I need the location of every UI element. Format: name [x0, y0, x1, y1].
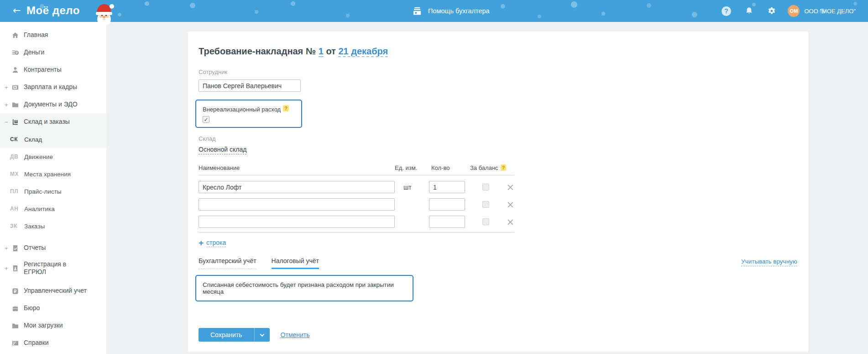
tab-tax-accounting[interactable]: Налоговый учёт	[272, 257, 319, 269]
back-arrow-icon[interactable]: ←	[13, 5, 21, 16]
main-content: Требование-накладная № 1 от 21 декабря С…	[106, 22, 868, 354]
help-center-link[interactable]: Помощь бухгалтера	[413, 0, 490, 22]
briefcase-icon	[11, 304, 19, 312]
santa-decoration	[90, 1, 118, 26]
cancel-link[interactable]: Отменить	[281, 331, 310, 338]
account-name[interactable]: ООО "МОЕ ДЕЛО"	[804, 8, 856, 15]
settings-gear-icon[interactable]	[767, 6, 777, 16]
non-operating-expense-box: Внереализационный расход? ✓	[195, 100, 302, 128]
person-icon	[11, 66, 19, 74]
title-conjunction: от	[326, 46, 336, 56]
avatar[interactable]: ОМ	[788, 5, 800, 17]
header-qty: Кол-во	[429, 164, 467, 171]
form-actions: Сохранить Отменить	[199, 328, 797, 342]
item-unit: шт	[395, 184, 429, 191]
sidebar-item-bureau[interactable]: Бюро	[0, 300, 106, 317]
non-operating-expense-checkbox[interactable]: ✓	[203, 116, 209, 123]
document-form-card: Требование-накладная № 1 от 21 декабря С…	[188, 32, 808, 352]
sidebar-subitem-orders[interactable]: ЗК Заказы	[0, 217, 106, 235]
checkmark-icon: ✓	[204, 116, 208, 123]
sidebar-item-contractors[interactable]: Контрагенты	[0, 61, 106, 79]
sidebar-subitem-pricelists[interactable]: ПЛ Прайс-листы	[0, 183, 106, 200]
delete-row-icon[interactable]: ×	[506, 218, 514, 226]
item-qty-input[interactable]	[429, 198, 465, 211]
sidebar-item-reports[interactable]: + Отчеты	[0, 239, 106, 257]
non-operating-expense-label: Внереализационный расход	[203, 106, 281, 113]
balance-checkbox[interactable]	[482, 184, 489, 190]
items-table: Наименование Ед. изм. Кол-во За баланс? …	[199, 164, 514, 232]
sidebar-subitem-storage[interactable]: МХ Места хранения	[0, 165, 106, 183]
app-root: ← Моё дело Помощь бухгалтера ?	[0, 0, 868, 354]
sidebar-item-certificates[interactable]: Справки	[0, 334, 106, 352]
sidebar-subitem-sklad[interactable]: СК Склад	[0, 131, 106, 148]
plus-icon: +	[199, 239, 204, 247]
tabs-row: Бухгалтерский учёт Налоговый учёт Учитыв…	[199, 257, 797, 269]
wallet-icon	[11, 83, 19, 91]
sidebar-item-money[interactable]: ₽ Деньги	[0, 44, 106, 61]
cash-register-icon	[413, 7, 423, 16]
sidebar-item-salary[interactable]: + Зарплата и кадры	[0, 79, 106, 96]
save-dropdown-button[interactable]	[254, 328, 270, 342]
add-row-link[interactable]: + строка	[199, 239, 226, 247]
downloads-folder-icon	[11, 322, 19, 330]
table-row: ×	[199, 216, 514, 228]
folder-icon	[11, 100, 19, 109]
doc-number-link[interactable]: 1	[319, 46, 324, 57]
item-qty-input[interactable]	[429, 181, 465, 193]
sidebar-item-downloads[interactable]: Мои загрузки	[0, 317, 106, 334]
item-name-input[interactable]	[199, 216, 395, 228]
home-icon	[11, 31, 19, 39]
page-title: Требование-накладная № 1 от 21 декабря	[199, 46, 797, 57]
warehouse-label: Склад	[199, 135, 797, 143]
notifications-bell-icon[interactable]	[744, 6, 754, 16]
tab-accounting[interactable]: Бухгалтерский учёт	[199, 257, 256, 269]
svg-text:₽: ₽	[14, 289, 16, 293]
app-logo: Моё дело	[26, 4, 80, 17]
registration-doc-icon	[11, 264, 19, 272]
employee-input[interactable]	[199, 79, 301, 92]
items-table-header: Наименование Ед. изм. Кол-во За баланс?	[199, 164, 514, 175]
item-name-input[interactable]	[199, 198, 395, 211]
item-name-input[interactable]	[199, 181, 395, 193]
help-question-badge[interactable]: ?	[283, 105, 289, 111]
sidebar-subitem-analytics[interactable]: АН Аналитика	[0, 200, 106, 217]
warehouse-value-link[interactable]: Основной склад	[199, 146, 246, 154]
sidebar-item-warehouse[interactable]: − Склад и заказы	[0, 113, 106, 131]
balance-checkbox[interactable]	[482, 218, 489, 225]
warehouse-cart-icon	[11, 118, 19, 126]
sidebar-subitem-movement[interactable]: ДВ Движение	[0, 148, 106, 165]
employee-label: Сотрудник	[199, 69, 797, 76]
sidebar-item-documents[interactable]: + Документы и ЭДО	[0, 96, 106, 113]
help-center-label: Помощь бухгалтера	[428, 7, 490, 15]
balance-checkbox[interactable]	[482, 201, 489, 208]
save-button-group: Сохранить	[199, 328, 270, 342]
doc-date-link[interactable]: 21 декабря	[338, 46, 388, 57]
save-button[interactable]: Сохранить	[199, 328, 254, 342]
sidebar-item-management[interactable]: ₽ Управленческий учет	[0, 282, 106, 300]
svg-text:₽: ₽	[16, 51, 18, 55]
sidebar-item-main[interactable]: Главная	[0, 26, 106, 44]
header-name: Наименование	[199, 164, 395, 171]
item-qty-input[interactable]	[429, 216, 465, 228]
chevron-down-icon	[260, 332, 264, 337]
header-balance: За баланс?	[467, 164, 504, 171]
help-icon[interactable]: ?	[721, 6, 731, 16]
title-prefix: Требование-накладная №	[199, 46, 316, 56]
table-row: ×	[199, 198, 514, 211]
header-right: ? ОМ ООО "МОЕ ДЕЛО"	[721, 0, 856, 22]
ruble-square-icon: ₽	[11, 287, 19, 295]
money-icon: ₽	[11, 48, 19, 57]
delete-row-icon[interactable]: ×	[506, 184, 514, 191]
sidebar: Главная ₽ Деньги Контрагенты + Зарплата …	[0, 22, 106, 354]
report-icon	[11, 244, 19, 252]
certificates-card-icon	[11, 339, 19, 347]
sidebar-item-registration[interactable]: + Регистрация в ЕГРЮЛ	[0, 257, 106, 280]
cost-recognition-info-box: Списанная себестоимость будет признана р…	[195, 275, 413, 301]
table-row: шт ×	[199, 181, 514, 193]
snow-decoration	[0, 0, 2, 2]
header-unit: Ед. изм.	[395, 164, 429, 171]
manual-accounting-link[interactable]: Учитывать вручную	[741, 258, 797, 266]
app-header: ← Моё дело Помощь бухгалтера ?	[0, 0, 868, 22]
delete-row-icon[interactable]: ×	[506, 201, 514, 208]
